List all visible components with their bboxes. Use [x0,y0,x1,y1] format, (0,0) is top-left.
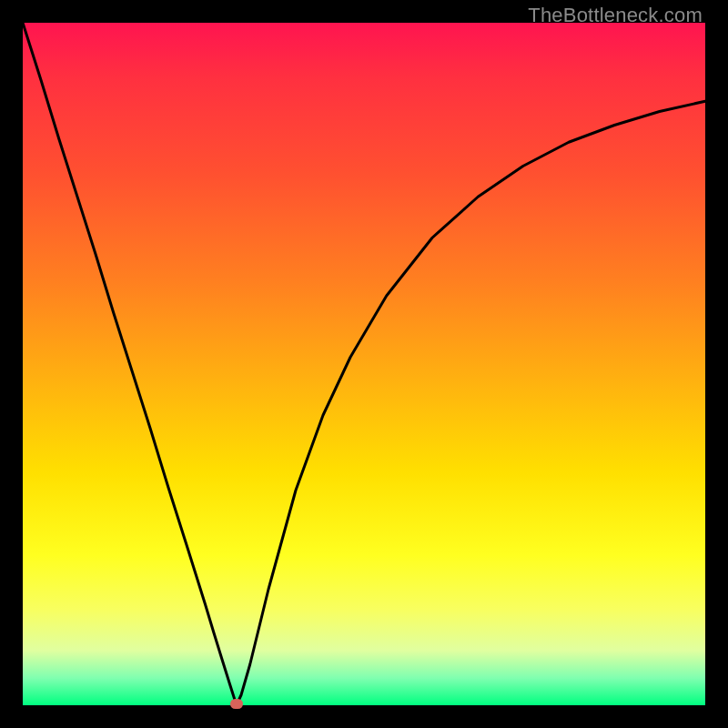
watermark-text: TheBottleneck.com [528,4,703,27]
bottleneck-curve [23,23,705,705]
chart-frame: TheBottleneck.com [0,0,728,728]
bottleneck-marker [230,699,243,709]
